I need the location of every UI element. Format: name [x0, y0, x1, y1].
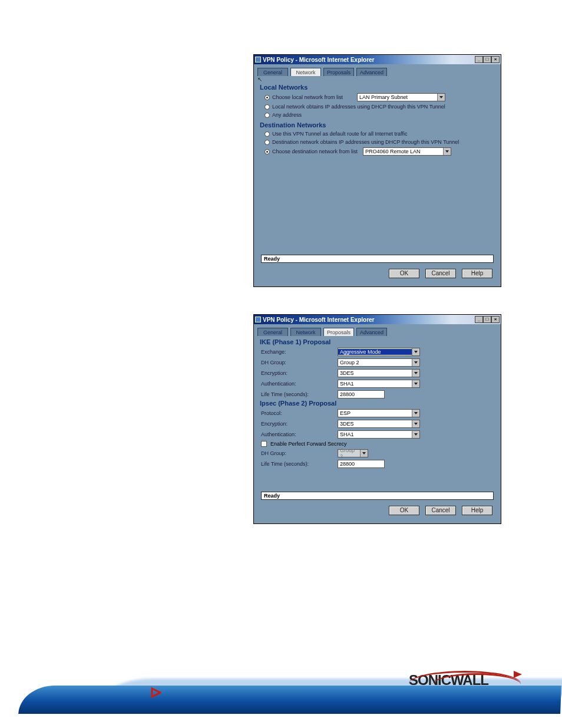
radio-local-dhcp[interactable]	[265, 104, 270, 110]
help-button[interactable]: Help	[462, 506, 492, 515]
radio-choose-dest[interactable]	[265, 149, 270, 154]
vpn-policy-window-network: VPN Policy - Microsoft Internet Explorer…	[253, 54, 501, 287]
encryption2-select[interactable]: 3DES	[338, 420, 420, 428]
maximize-button[interactable]: □	[483, 56, 491, 63]
tab-proposals[interactable]: Proposals	[323, 68, 354, 76]
ie-icon	[255, 317, 261, 322]
chevron-down-icon	[412, 410, 419, 417]
authentication2-value: SHA1	[338, 431, 412, 437]
cursor-icon: ↖	[256, 76, 498, 83]
dh-group2-label: DH Group:	[261, 450, 338, 456]
dh-group2-value: Group 2	[338, 447, 360, 459]
ok-button[interactable]: OK	[389, 506, 419, 515]
cancel-button[interactable]: Cancel	[425, 269, 456, 278]
authentication-select[interactable]: SHA1	[338, 380, 420, 388]
titlebar[interactable]: VPN Policy - Microsoft Internet Explorer…	[254, 315, 501, 324]
chevron-down-icon	[412, 370, 419, 377]
authentication2-select[interactable]: SHA1	[338, 430, 420, 439]
window-title: VPN Policy - Microsoft Internet Explorer	[263, 317, 475, 323]
tab-general[interactable]: General	[257, 68, 288, 76]
encryption-value: 3DES	[338, 370, 412, 376]
radio-dest-dhcp[interactable]	[265, 140, 270, 145]
local-network-value: LAN Primary Subnet	[358, 94, 437, 100]
logo-swoosh-icon	[409, 667, 521, 687]
tab-network[interactable]: Network	[290, 328, 321, 336]
encryption-label: Encryption:	[261, 370, 338, 376]
protocol-value: ESP	[338, 410, 412, 416]
ipsec-phase2-heading: Ipsec (Phase 2) Proposal	[260, 400, 498, 407]
pfs-label: Enable Perfect Forward Secrecy	[270, 441, 347, 447]
chevron-down-icon	[412, 348, 419, 355]
radio-default-route-label: Use this VPN Tunnel as default route for…	[272, 131, 407, 137]
chevron-down-icon	[437, 94, 445, 101]
tab-bar: General Network Proposals Advanced	[256, 327, 498, 336]
window-controls: _ □ ×	[475, 316, 500, 323]
destination-networks-heading: Destination Networks	[260, 121, 498, 129]
titlebar[interactable]: VPN Policy - Microsoft Internet Explorer…	[254, 55, 501, 64]
ie-icon	[255, 57, 261, 62]
tab-advanced[interactable]: Advanced	[356, 328, 387, 336]
tab-proposals[interactable]: Proposals	[323, 328, 354, 336]
tab-advanced[interactable]: Advanced	[356, 68, 387, 76]
radio-choose-dest-label: Choose destination network from list	[272, 149, 361, 154]
chevron-down-icon	[412, 380, 419, 387]
exchange-label: Exchange:	[261, 349, 338, 355]
close-button[interactable]: ×	[491, 56, 500, 63]
local-networks-heading: Local Networks	[260, 84, 498, 91]
sonicwall-logo: SONICWALL	[409, 667, 521, 689]
lifetime-label: Life Time (seconds):	[261, 391, 338, 397]
pfs-checkbox[interactable]	[261, 441, 267, 447]
authentication2-label: Authentication:	[261, 431, 338, 437]
help-button[interactable]: Help	[462, 269, 492, 278]
chevron-down-icon	[412, 359, 419, 366]
svg-marker-1	[514, 671, 522, 678]
play-arrow-icon	[151, 687, 161, 698]
dialog-button-row: OK Cancel Help	[256, 500, 498, 521]
radio-default-route[interactable]	[265, 131, 270, 137]
dh-group-select[interactable]: Group 2	[338, 358, 420, 367]
encryption-select[interactable]: 3DES	[338, 369, 420, 377]
ike-phase1-heading: IKE (Phase 1) Proposal	[260, 338, 498, 345]
radio-choose-local[interactable]	[265, 95, 270, 100]
lifetime2-input[interactable]: 28800	[338, 460, 385, 468]
chevron-down-icon	[412, 431, 419, 438]
vpn-policy-window-proposals: VPN Policy - Microsoft Internet Explorer…	[253, 314, 501, 524]
ok-button[interactable]: OK	[389, 269, 419, 278]
radio-any-address-label: Any address	[272, 112, 302, 118]
minimize-button[interactable]: _	[475, 316, 483, 323]
tab-network[interactable]: Network	[290, 68, 321, 76]
chevron-down-icon	[360, 450, 368, 457]
dh-group2-select: Group 2	[338, 449, 368, 457]
protocol-select[interactable]: ESP	[338, 409, 420, 417]
dest-network-select[interactable]: PRO4060 Remote LAN	[363, 147, 451, 156]
authentication-value: SHA1	[338, 381, 412, 387]
tab-general[interactable]: General	[257, 328, 288, 336]
exchange-select[interactable]: Aggressive Mode	[338, 348, 420, 356]
authentication-label: Authentication:	[261, 381, 338, 387]
status-bar: Ready	[261, 255, 494, 263]
dh-group-label: DH Group:	[261, 360, 338, 365]
logo-arrow-icon	[514, 668, 525, 680]
encryption2-value: 3DES	[338, 421, 412, 427]
lifetime-value: 28800	[340, 391, 355, 397]
dialog-button-row: OK Cancel Help	[256, 263, 498, 284]
status-bar: Ready	[261, 492, 494, 500]
cancel-button[interactable]: Cancel	[425, 506, 456, 515]
dh-group-value: Group 2	[338, 360, 412, 365]
protocol-label: Protocol:	[261, 410, 338, 416]
maximize-button[interactable]: □	[483, 316, 491, 323]
close-button[interactable]: ×	[491, 316, 500, 323]
encryption2-label: Encryption:	[261, 421, 338, 427]
minimize-button[interactable]: _	[475, 56, 483, 63]
radio-local-dhcp-label: Local network obtains IP addresses using…	[272, 104, 445, 110]
tab-bar: General Network Proposals Advanced	[256, 67, 498, 76]
lifetime2-label: Life Time (seconds):	[261, 461, 338, 467]
lifetime2-value: 28800	[340, 461, 355, 467]
svg-marker-0	[152, 689, 160, 697]
dest-network-value: PRO4060 Remote LAN	[363, 149, 443, 154]
radio-any-address[interactable]	[265, 113, 270, 118]
lifetime-input[interactable]: 28800	[338, 390, 385, 398]
chevron-down-icon	[443, 148, 451, 155]
local-network-select[interactable]: LAN Primary Subnet	[357, 93, 445, 101]
radio-dest-dhcp-label: Destination network obtains IP addresses…	[272, 139, 459, 145]
